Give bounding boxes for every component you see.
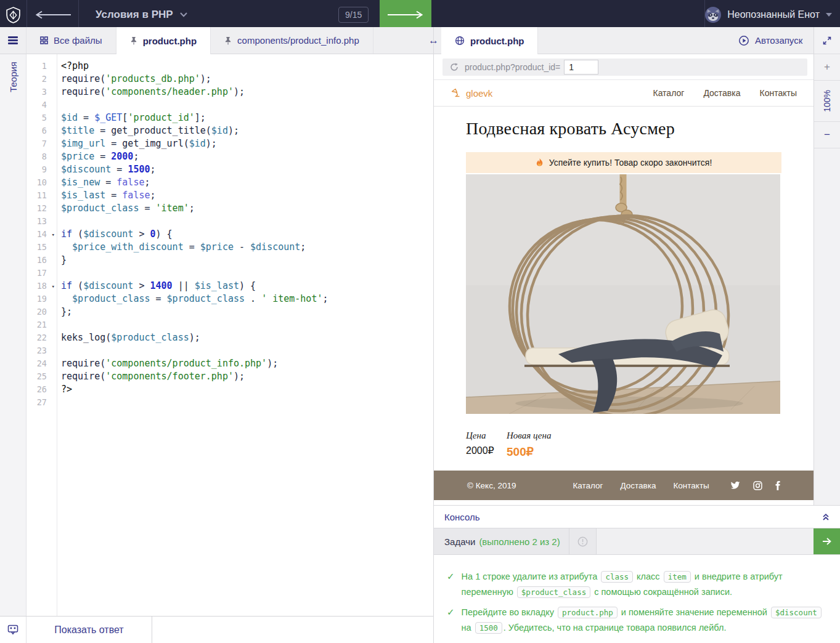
zoom-rail: + 100% − [813,27,840,505]
code-line[interactable]: } [61,254,433,267]
code-line[interactable]: if ($discount > 0) { [61,228,433,241]
code-line[interactable]: $discount = 1500; [61,163,433,176]
promo-banner-text: Успейте купить! Товар скоро закончится! [549,158,712,168]
user-caret-icon [826,13,832,17]
site-logo-text: gloevk [466,88,492,99]
code-line[interactable]: $price = 2000; [61,150,433,163]
site-nav-link[interactable]: Контакты [760,88,797,98]
code-line[interactable]: }; [61,305,433,318]
tab-label: product.php [143,36,197,46]
code-line[interactable]: keks_log($product_class); [61,331,433,344]
line-number: 21 [27,318,57,331]
tab-label: Все файлы [54,35,102,46]
preview-tabs: product.php [434,27,538,54]
code-line[interactable]: $product_class = $product_class . ' item… [61,293,433,305]
task-code-chip: class [601,571,633,583]
info-icon [577,536,588,547]
zoom-out-button[interactable]: − [814,122,840,148]
address-row: product.php?product_id= [434,54,813,80]
line-number: 12 [27,202,57,215]
site-logo[interactable]: gloevk [451,88,492,99]
code-line[interactable]: $price_with_discount = $price - $discoun… [61,241,433,254]
browser-tab-product-php[interactable]: product.php [441,27,538,54]
code-line[interactable]: $is_new = false; [61,176,433,189]
code-line[interactable]: require('components/product_info.php'); [61,357,433,370]
footer-nav-link[interactable]: Доставка [621,481,656,490]
code-editor[interactable]: <?phprequire('products_db.php');require(… [57,54,433,616]
code-line[interactable]: $title = get_product_title($id); [61,124,433,137]
reload-button[interactable] [450,63,459,71]
site-nav-link[interactable]: Доставка [703,88,740,98]
line-number: 20 [27,305,57,318]
autorun-play-icon [738,35,749,46]
fold-arrow-icon[interactable]: ▾ [52,228,55,241]
zoom-in-button[interactable]: + [814,54,840,81]
line-number: 17 [27,267,57,280]
line-number: 1 [27,60,57,73]
tab-label: components/product_info.php [237,35,359,46]
tasks-info-button[interactable] [569,528,597,554]
tab-all-files[interactable]: Все файлы [27,27,116,54]
fold-arrow-icon[interactable]: ▾ [52,280,55,293]
code-line[interactable]: $product_class = 'item'; [61,202,433,215]
console-bar[interactable]: Консоль [434,505,840,528]
tab-product-php[interactable]: product.php [116,27,211,54]
code-line[interactable]: require('components/footer.php'); [61,370,433,383]
app-logo[interactable] [0,0,27,30]
product-id-input[interactable] [564,60,598,75]
address-bar: product.php?product_id= [442,59,807,76]
code-line[interactable] [61,267,433,280]
task-text: Перейдите во вкладку product.php и помен… [462,605,828,636]
code-line[interactable] [61,318,433,331]
instagram-icon[interactable] [753,481,762,490]
collapse-console-button[interactable] [822,513,830,521]
back-button[interactable] [27,0,79,30]
site-header: gloevk КаталогДоставкаКонтакты [434,80,813,107]
next-button[interactable] [380,0,431,30]
editor-tabs: Все файлы product.php components/product… [27,27,373,54]
show-answer-button[interactable]: Показать ответ [27,617,152,643]
theory-tab[interactable]: Теория [8,62,18,92]
line-number: 2 [27,73,57,86]
split-resize-handle[interactable]: ↔ [426,27,441,54]
facebook-icon[interactable] [775,481,780,490]
expand-preview-button[interactable] [814,27,840,54]
line-number: 13 [27,215,57,228]
product-photo [466,174,780,414]
code-line[interactable]: $is_last = false; [61,189,433,202]
twitter-icon[interactable] [730,481,740,490]
code-line[interactable] [61,344,433,357]
globe-icon [455,36,465,46]
top-bar: Условия в PHP 9/15 Неопознанный Енот [0,0,840,30]
autorun-toggle[interactable]: Автозапуск [738,27,802,54]
code-line[interactable]: $id = $_GET['product_id']; [61,111,433,124]
autorun-label: Автозапуск [755,35,802,46]
course-dropdown[interactable]: Условия в PHP [96,0,187,30]
code-line[interactable]: if ($discount > 1400 || $is_last) { [61,280,433,293]
footer-nav-link[interactable]: Контакты [673,481,709,490]
task-item: ✓Перейдите во вкладку product.php и поме… [447,605,828,636]
code-line[interactable]: require('products_db.php'); [61,73,433,86]
task-item: ✓На 1 строке удалите из атрибута class к… [447,569,828,600]
double-chevron-up-icon [822,513,830,521]
code-line[interactable] [61,396,433,409]
code-line[interactable] [61,215,433,228]
code-line[interactable]: require('components/header.php'); [61,86,433,99]
check-tasks-button[interactable] [813,528,840,554]
footer-nav: КаталогДоставкаКонтакты [573,481,709,490]
task-code-chip: product.php [558,607,618,618]
code-line[interactable] [61,99,433,111]
code-line[interactable]: $img_url = get_img_url($id); [61,137,433,150]
user-menu[interactable]: Неопознанный Енот [705,0,832,30]
zoom-level[interactable]: 100% [814,81,840,122]
footer-nav-link[interactable]: Каталог [573,481,603,490]
code-line[interactable]: <?php [61,60,433,73]
code-line[interactable]: ?> [61,383,433,396]
feedback-button[interactable] [0,617,27,643]
menu-button[interactable] [0,27,27,54]
plus-icon: + [824,61,830,73]
tab-product-info-php[interactable]: components/product_info.php [211,27,373,54]
tasks-spacer [597,528,813,554]
theory-sidebar: Теория [0,54,27,616]
site-nav-link[interactable]: Каталог [653,88,684,98]
